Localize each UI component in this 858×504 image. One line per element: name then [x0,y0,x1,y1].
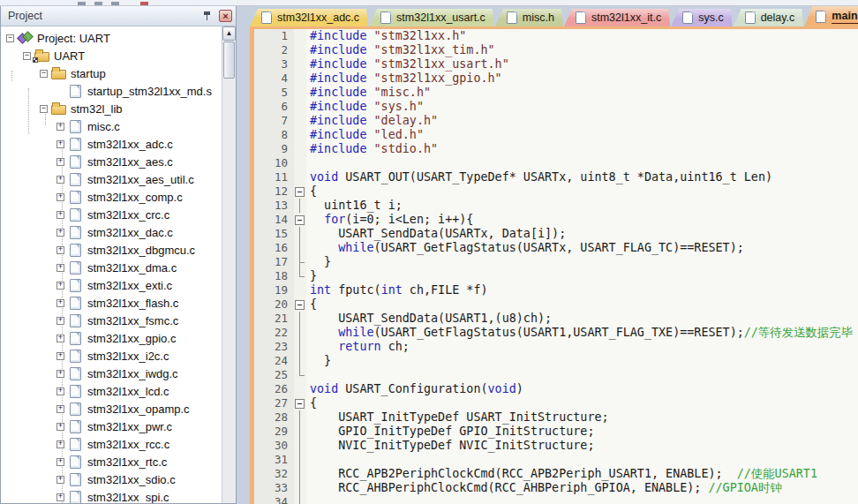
file-icon [68,190,83,204]
expander-plus-icon[interactable]: + [56,440,64,448]
tree-item-stm32l1xx-sdio-c[interactable]: +stm32l1xx_sdio.c [1,470,222,488]
tree-item-stm32l1xx-i2c-c[interactable]: +stm32l1xx_i2c.c [1,347,222,365]
tree-item-stm32l1xx-dbgmcu-c[interactable]: +stm32l1xx_dbgmcu.c [1,241,222,259]
expander-plus-icon[interactable]: + [56,476,64,484]
code-editor[interactable]: 1#include "stm32l1xx.h"2#include "stm32l… [250,26,858,504]
tree-item-stm32l1xx-lcd-c[interactable]: +stm32l1xx_lcd.c [1,382,222,400]
code-line: 16 while(USART_GetFlagStatus(USARTx, USA… [254,241,858,255]
code-line: 14 for(i=0; i<Len; i++){ [254,213,858,227]
file-icon [68,172,83,186]
code-text: GPIO_InitTypeDef GPIO_InitStructure; [306,425,858,439]
expander-plus-icon[interactable]: + [56,176,64,184]
expander-plus-icon[interactable]: + [56,317,64,325]
file-icon [68,419,83,433]
tree-item-stm32l1xx-iwdg-c[interactable]: +stm32l1xx_iwdg.c [1,365,222,382]
code-line: 23 return ch; [254,340,858,354]
scroll-up-arrow-icon[interactable]: ▲ [222,26,236,41]
tree-item-stm32l1xx-spi-c[interactable]: +stm32l1xx_spi.c [1,488,222,503]
tree-item-stm32l-lib[interactable]: −stm32l_lib [1,100,222,117]
tree-item-stm32l1xx-fsmc-c[interactable]: +stm32l1xx_fsmc.c [1,312,222,329]
fold-collapse-icon[interactable] [294,396,306,410]
tree-item-stm32l1xx-aes-c[interactable]: +stm32l1xx_aes.c [1,153,222,170]
expander-plus-icon[interactable]: + [56,335,64,342]
close-icon[interactable]: × [219,10,232,22]
tree-item-stm32l1xx-dma-c[interactable]: +stm32l1xx_dma.c [1,259,222,276]
file-icon [68,278,83,292]
tree-item-uart[interactable]: −UART [1,47,222,64]
code-line: 32 RCC_APB2PeriphClockCmd(RCC_APB2Periph… [254,467,858,481]
tab-main-c[interactable]: main.c [804,6,858,26]
tree-item-label: misc.c [85,120,123,133]
expander-plus-icon[interactable]: + [56,405,64,413]
pin-icon[interactable] [201,10,214,22]
tree-item-startup-stm32l1xx-md-s[interactable]: startup_stm32l1xx_md.s [1,82,222,100]
tab-stm32l1xx-adc-c[interactable]: stm32l1xx_adc.c [250,9,368,26]
file-icon [68,402,83,416]
expander-plus-icon[interactable]: + [56,246,64,254]
toolbar-remnant-mark [78,2,86,5]
expander-plus-icon[interactable]: + [56,211,64,219]
tree-scrollbar[interactable]: ▲ [222,26,236,503]
tree-item-stm32l1xx-comp-c[interactable]: +stm32l1xx_comp.c [1,188,222,206]
expander-plus-icon[interactable]: + [56,140,64,148]
expander-plus-icon[interactable]: + [56,282,64,290]
tree-item-stm32l1xx-gpio-c[interactable]: +stm32l1xx_gpio.c [1,329,222,347]
code-line: 11void USART_OUT(USART_TypeDef* USARTx, … [254,170,858,184]
expander-plus-icon[interactable]: + [56,229,64,237]
code-text: #include "sys.h" [306,100,858,114]
tab-stm32l1xx-usart-c[interactable]: stm32l1xx_usart.c [369,9,494,26]
line-number: 33 [254,481,294,495]
expander-minus-icon[interactable]: − [6,34,14,42]
fold-collapse-icon[interactable] [294,184,306,199]
tree-item-startup[interactable]: −startup [1,64,222,82]
expander-plus-icon[interactable]: + [56,158,64,166]
toolbar-remnant-mark [140,2,148,5]
tree-item-stm32l1xx-rcc-c[interactable]: +stm32l1xx_rcc.c [1,435,222,453]
expander-plus-icon[interactable]: + [56,123,64,131]
code-text: { [306,297,858,312]
expander-plus-icon[interactable]: + [56,299,64,307]
fold-collapse-icon[interactable] [294,213,306,227]
fold-collapse-icon[interactable] [294,297,306,312]
expander-plus-icon[interactable]: + [56,458,64,466]
line-number: 5 [254,86,294,100]
tree-item-stm32l1xx-crc-c[interactable]: +stm32l1xx_crc.c [1,206,222,223]
expander-plus-icon[interactable]: + [56,193,64,201]
tree-item-stm32l1xx-exti-c[interactable]: +stm32l1xx_exti.c [1,276,222,294]
expander-minus-icon[interactable]: − [40,70,48,78]
code-text [306,368,858,382]
tree-item-project-uart[interactable]: −Project: UART [1,29,222,47]
tree-item-stm32l1xx-pwr-c[interactable]: +stm32l1xx_pwr.c [1,417,222,435]
tab-sys-c[interactable]: sys.c [671,9,732,26]
tab-label: misc.h [523,11,554,24]
scrollbar-thumb[interactable] [223,41,235,79]
expander-minus-icon[interactable]: − [40,105,48,113]
expander-plus-icon[interactable]: + [56,493,64,501]
tree-item-misc-c[interactable]: +misc.c [1,117,222,135]
toolbar-remnant-mark [111,2,119,5]
line-number: 10 [254,156,294,170]
tree-item-stm32l1xx-dac-c[interactable]: +stm32l1xx_dac.c [1,223,222,241]
fold-margin [294,29,306,43]
tree-item-stm32l1xx-rtc-c[interactable]: +stm32l1xx_rtc.c [1,453,222,470]
tree-item-stm32l1xx-adc-c[interactable]: +stm32l1xx_adc.c [1,135,222,153]
code-text: while(USART_GetFlagStatus(USARTx, USART_… [306,241,858,255]
code-line: 13 uint16_t i; [254,199,858,213]
tree-item-stm32l1xx-aes-util-c[interactable]: +stm32l1xx_aes_util.c [1,170,222,188]
tab-delay-c[interactable]: delay.c [734,9,804,26]
line-number: 22 [254,326,294,340]
code-line: 15 USART_SendData(USARTx, Data[i]); [254,227,858,241]
tab-misc-h[interactable]: misc.h [495,9,563,26]
fold-margin [294,170,306,184]
tree-item-stm32l1xx-flash-c[interactable]: +stm32l1xx_flash.c [1,294,222,312]
expander-plus-icon[interactable]: + [56,352,64,360]
expander-plus-icon[interactable]: + [56,387,64,395]
code-text: #include "stdio.h" [306,142,858,156]
expander-plus-icon[interactable]: + [56,264,64,272]
expander-plus-icon[interactable]: + [56,423,64,431]
expander-minus-icon[interactable]: − [23,52,31,60]
tree-item-stm32l1xx-opamp-c[interactable]: +stm32l1xx_opamp.c [1,400,222,417]
tab-stm32l1xx-it-c[interactable]: stm32l1xx_it.c [564,9,670,26]
expander-plus-icon[interactable]: + [56,370,64,378]
file-icon [68,260,83,275]
